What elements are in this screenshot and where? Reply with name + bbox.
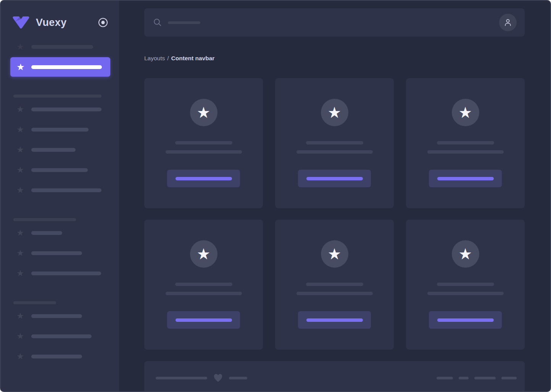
card-title-skeleton: [175, 141, 232, 145]
menu-label-skeleton: [31, 108, 102, 111]
search-placeholder-skeleton: [168, 21, 200, 24]
section-header-skeleton: [13, 301, 56, 304]
section-header-skeleton: [13, 218, 76, 221]
sidebar-item[interactable]: ★: [1, 43, 119, 51]
vuexy-logo-icon: [12, 16, 30, 29]
menu-label-skeleton: [31, 188, 102, 192]
footer-text-skeleton: [229, 377, 247, 379]
card-avatar: ★: [190, 99, 218, 126]
star-icon: ★: [16, 269, 24, 278]
menu-label-skeleton: [31, 334, 92, 338]
star-icon: ★: [16, 249, 24, 257]
sidebar-section: ★ ★ ★: [1, 218, 119, 278]
card-button[interactable]: [298, 170, 371, 187]
footer-right: [437, 377, 517, 379]
button-label-skeleton: [437, 318, 494, 322]
footer: [144, 361, 525, 392]
breadcrumb-parent[interactable]: Layouts: [144, 55, 165, 61]
app-title: Vuexy: [36, 17, 98, 29]
breadcrumb-current: Content navbar: [171, 55, 215, 61]
card-button[interactable]: [167, 170, 240, 187]
app-window: Vuexy ★ ★ ★: [0, 0, 551, 392]
card-avatar: ★: [321, 240, 348, 268]
card-title-skeleton: [175, 283, 232, 286]
star-icon: ★: [459, 246, 472, 262]
star-icon: ★: [16, 312, 24, 320]
card-grid: ★ ★ ★ ★: [144, 78, 525, 350]
sidebar-item[interactable]: ★: [1, 312, 119, 320]
sidebar-item[interactable]: ★: [1, 146, 119, 154]
placeholder-card: ★: [275, 78, 394, 208]
button-label-skeleton: [306, 177, 363, 180]
footer-link-skeleton: [437, 377, 453, 379]
menu-label-skeleton: [31, 251, 82, 255]
card-avatar: ★: [452, 99, 479, 126]
card-subtitle-skeleton: [427, 150, 504, 154]
star-icon: ★: [16, 166, 24, 174]
star-icon: ★: [16, 332, 24, 341]
star-icon: ★: [16, 105, 24, 114]
star-icon: ★: [328, 246, 342, 262]
placeholder-card: ★: [406, 220, 525, 350]
menu-label-skeleton: [31, 148, 76, 152]
placeholder-card: ★: [144, 220, 263, 350]
sidebar-sections: ★ ★ ★ ★ ★ ★: [1, 95, 119, 361]
breadcrumb: Layouts/Content navbar: [144, 55, 525, 61]
card-avatar: ★: [321, 99, 348, 126]
card-subtitle-skeleton: [296, 292, 373, 295]
sidebar-item[interactable]: ★: [1, 352, 119, 361]
sidebar-item[interactable]: ★: [1, 229, 119, 237]
menu-label-skeleton: [31, 65, 102, 69]
sidebar-item[interactable]: ★: [1, 125, 119, 134]
menu-label-skeleton: [31, 128, 89, 132]
placeholder-card: ★: [406, 78, 525, 208]
sidebar-item[interactable]: ★: [1, 269, 119, 278]
heart-icon: [213, 373, 223, 382]
sidebar-item[interactable]: ★: [1, 332, 119, 341]
star-icon: ★: [16, 43, 24, 51]
button-label-skeleton: [176, 177, 232, 180]
card-button[interactable]: [429, 170, 502, 187]
footer-link-skeleton: [459, 377, 469, 379]
card-title-skeleton: [437, 283, 494, 286]
main-content: Layouts/Content navbar ★ ★ ★: [119, 1, 550, 391]
card-subtitle-skeleton: [166, 150, 242, 154]
menu-label-skeleton: [31, 272, 101, 275]
button-label-skeleton: [306, 318, 363, 322]
sidebar-item[interactable]: ★: [1, 166, 119, 174]
button-label-skeleton: [176, 318, 232, 322]
sidebar-header: Vuexy: [1, 16, 119, 29]
sidebar-item-active[interactable]: ★: [10, 57, 110, 77]
card-button[interactable]: [167, 311, 240, 329]
sidebar-item[interactable]: ★: [1, 249, 119, 257]
menu-label-skeleton: [31, 355, 82, 358]
card-button[interactable]: [429, 311, 502, 329]
user-avatar[interactable]: [499, 14, 517, 31]
sidebar-item[interactable]: ★: [1, 105, 119, 114]
placeholder-card: ★: [144, 78, 263, 208]
card-subtitle-skeleton: [166, 292, 242, 295]
card-button[interactable]: [298, 311, 371, 329]
menu-label-skeleton: [31, 168, 88, 172]
star-icon: ★: [197, 105, 211, 120]
section-header-skeleton: [13, 95, 102, 98]
star-icon: ★: [16, 186, 24, 194]
placeholder-card: ★: [275, 220, 394, 350]
sidebar-nav: ★ ★ ★ ★ ★ ★: [1, 43, 119, 361]
card-title-skeleton: [437, 141, 494, 145]
star-icon: ★: [328, 105, 342, 120]
star-icon: ★: [197, 246, 211, 262]
radio-dot-icon[interactable]: [98, 18, 108, 27]
footer-text-skeleton: [156, 377, 207, 379]
menu-label-skeleton: [31, 231, 62, 235]
breadcrumb-separator: /: [167, 55, 169, 61]
search-icon: [153, 18, 162, 27]
sidebar-section: ★ ★ ★: [1, 301, 119, 361]
search-input[interactable]: [153, 8, 499, 37]
top-navbar: [144, 8, 525, 37]
sidebar-item[interactable]: ★: [1, 186, 119, 194]
footer-left: [156, 373, 247, 382]
card-title-skeleton: [306, 141, 363, 145]
sidebar-section: ★ ★ ★ ★ ★: [1, 95, 119, 194]
card-subtitle-skeleton: [427, 292, 504, 295]
